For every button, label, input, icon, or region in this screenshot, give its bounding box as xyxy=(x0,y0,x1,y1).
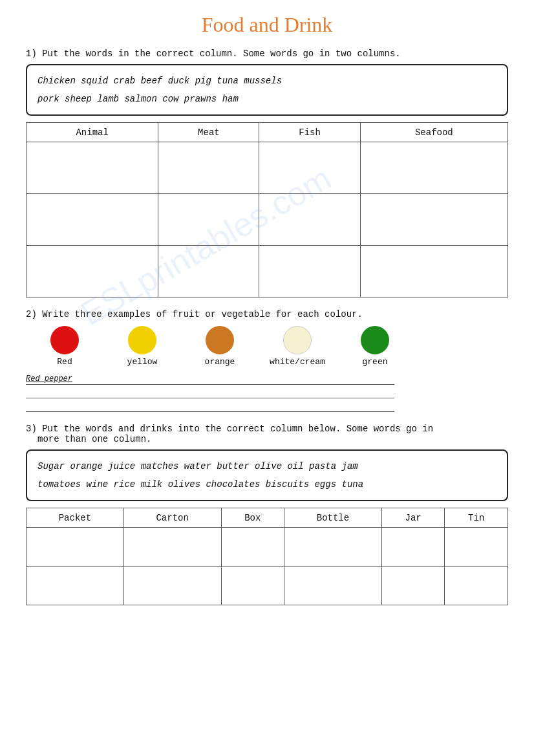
q2-red-3[interactable] xyxy=(26,400,103,412)
q1-col-animal: Animal xyxy=(27,123,158,142)
q2-white-1[interactable] xyxy=(265,373,330,385)
colors-section: Red yellow orange white/cream green xyxy=(26,326,508,412)
q1-col-fish: Fish xyxy=(259,123,360,142)
q1-fish-1[interactable] xyxy=(259,142,360,194)
q2-green-3[interactable] xyxy=(330,400,394,412)
q2-label: 2) Write three examples of fruit or vege… xyxy=(26,309,508,319)
q3-box-2[interactable] xyxy=(221,567,284,605)
q3-col-tin: Tin xyxy=(445,508,508,528)
circles-row: Red yellow orange white/cream green xyxy=(26,326,508,371)
q3-jar-1[interactable] xyxy=(381,528,445,567)
q1-animal-2[interactable] xyxy=(27,194,158,246)
q1-col-meat: Meat xyxy=(158,123,259,142)
lines-section: Red pepper xyxy=(26,373,508,412)
color-red: Red xyxy=(26,326,103,371)
page-title: Food and Drink xyxy=(26,13,508,37)
q1-seafood-2[interactable] xyxy=(360,194,507,246)
green-label: green xyxy=(362,357,387,367)
color-white: white/cream xyxy=(259,326,336,371)
q1-seafood-1[interactable] xyxy=(360,142,507,194)
q3-col-packet: Packet xyxy=(27,508,124,528)
q3-col-carton: Carton xyxy=(123,508,221,528)
q1-meat-3[interactable] xyxy=(158,246,259,297)
table-row xyxy=(27,194,508,246)
q3-packet-1[interactable] xyxy=(27,528,124,567)
q2-orange-3[interactable] xyxy=(187,400,265,412)
q2-white-2[interactable] xyxy=(265,387,330,398)
q1-words-line2: pork sheep lamb salmon cow prawns ham xyxy=(37,90,497,108)
q1-seafood-3[interactable] xyxy=(360,246,507,297)
q1-fish-2[interactable] xyxy=(259,194,360,246)
q2-yellow-1[interactable] xyxy=(103,373,187,385)
q1-word-box: Chicken squid crab beef duck pig tuna mu… xyxy=(26,64,508,116)
q2-green-2[interactable] xyxy=(330,387,394,398)
q3-words-line2: tomatoes wine rice milk olives chocolate… xyxy=(37,475,497,493)
q3-col-jar: Jar xyxy=(381,508,445,528)
q2-yellow-3[interactable] xyxy=(103,400,187,412)
q3-jar-2[interactable] xyxy=(381,567,445,605)
q3-label1: 3) Put the words and drinks into the cor… xyxy=(26,424,508,444)
q1-meat-2[interactable] xyxy=(158,194,259,246)
q3-packet-2[interactable] xyxy=(27,567,124,605)
q2-green-1[interactable] xyxy=(330,373,394,385)
question-2: 2) Write three examples of fruit or vege… xyxy=(26,309,508,412)
q2-orange-2[interactable] xyxy=(187,387,265,398)
table-row xyxy=(27,528,508,567)
q2-white-3[interactable] xyxy=(265,400,330,412)
red-label: Red xyxy=(57,357,72,367)
q1-table: Animal Meat Fish Seafood xyxy=(26,122,508,297)
q1-animal-1[interactable] xyxy=(27,142,158,194)
color-yellow: yellow xyxy=(103,326,181,371)
q3-table: Packet Carton Box Bottle Jar Tin xyxy=(26,508,508,605)
q1-label: 1) Put the words in the correct column. … xyxy=(26,49,508,59)
q2-red-1[interactable]: Red pepper xyxy=(26,373,103,385)
q3-box-1[interactable] xyxy=(221,528,284,567)
q2-red-2[interactable] xyxy=(26,387,103,398)
q1-col-seafood: Seafood xyxy=(360,123,507,142)
color-orange: orange xyxy=(181,326,259,371)
q2-example: Red pepper xyxy=(26,374,72,383)
white-circle xyxy=(283,326,312,354)
answer-line-row-2 xyxy=(26,387,508,398)
q1-meat-1[interactable] xyxy=(158,142,259,194)
table-row xyxy=(27,142,508,194)
q3-col-bottle: Bottle xyxy=(284,508,382,528)
q1-animal-3[interactable] xyxy=(27,246,158,297)
table-row xyxy=(27,567,508,605)
q3-bottle-1[interactable] xyxy=(284,528,382,567)
white-label: white/cream xyxy=(270,357,325,367)
question-3: 3) Put the words and drinks into the cor… xyxy=(26,424,508,605)
q1-fish-3[interactable] xyxy=(259,246,360,297)
green-circle xyxy=(361,326,389,354)
q2-orange-1[interactable] xyxy=(187,373,265,385)
q2-yellow-2[interactable] xyxy=(103,387,187,398)
q3-carton-1[interactable] xyxy=(123,528,221,567)
yellow-label: yellow xyxy=(127,357,158,367)
q3-col-box: Box xyxy=(221,508,284,528)
orange-circle xyxy=(206,326,234,354)
answer-line-row-3 xyxy=(26,400,508,412)
q3-tin-1[interactable] xyxy=(445,528,508,567)
color-green: green xyxy=(336,326,414,371)
q3-bottle-2[interactable] xyxy=(284,567,382,605)
table-row xyxy=(27,246,508,297)
q3-tin-2[interactable] xyxy=(445,567,508,605)
red-circle xyxy=(50,326,79,354)
q3-word-box: Sugar orange juice matches water butter … xyxy=(26,449,508,501)
yellow-circle xyxy=(128,326,156,354)
q3-words-line1: Sugar orange juice matches water butter … xyxy=(37,457,497,475)
q3-carton-2[interactable] xyxy=(123,567,221,605)
orange-label: orange xyxy=(205,357,235,367)
question-1: 1) Put the words in the correct column. … xyxy=(26,49,508,297)
answer-line-row-1: Red pepper xyxy=(26,373,508,385)
q1-words-line1: Chicken squid crab beef duck pig tuna mu… xyxy=(37,72,497,90)
